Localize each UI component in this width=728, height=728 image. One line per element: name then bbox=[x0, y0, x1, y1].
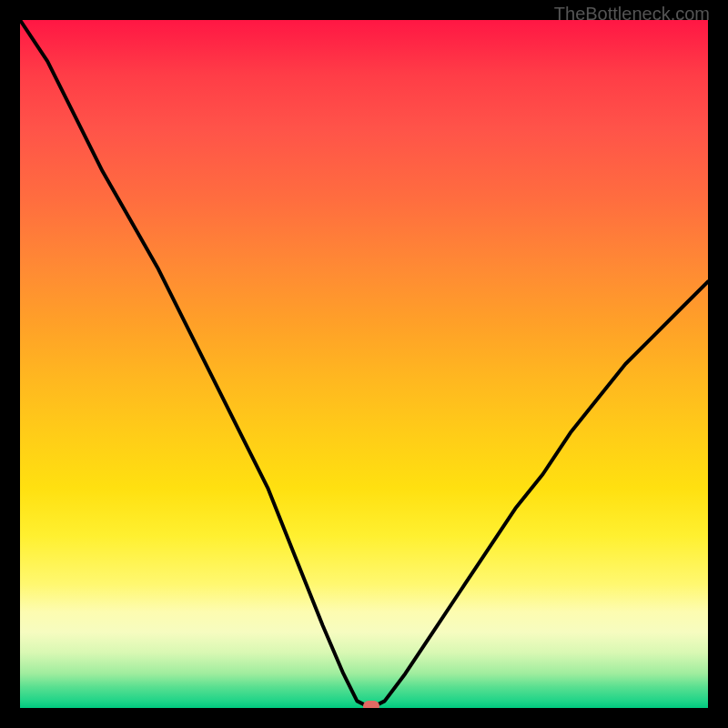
plot-area bbox=[20, 20, 708, 708]
bottleneck-curve bbox=[20, 20, 708, 708]
minimum-marker bbox=[363, 701, 379, 708]
curve-svg bbox=[20, 20, 708, 708]
chart-container: TheBottleneck.com bbox=[0, 0, 728, 728]
watermark-text: TheBottleneck.com bbox=[554, 4, 710, 25]
